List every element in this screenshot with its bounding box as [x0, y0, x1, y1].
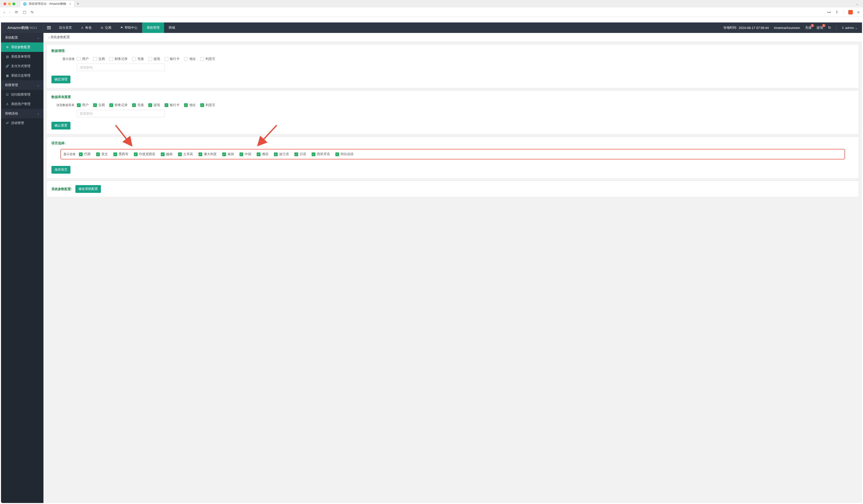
- close-tab-icon[interactable]: ×: [69, 2, 71, 6]
- checkbox-option[interactable]: 波兰语: [274, 152, 289, 156]
- window-controls[interactable]: [3, 2, 15, 5]
- checkbox-option[interactable]: 财务记录: [109, 103, 128, 107]
- checkbox-option[interactable]: 印度尼西亚: [134, 152, 155, 156]
- checkbox-option[interactable]: 中国: [239, 152, 251, 156]
- sidebar-group-system[interactable]: 系统配置⌄: [1, 33, 43, 42]
- toggle-icon[interactable]: ⇆: [31, 10, 34, 14]
- log-icon: ▦: [5, 74, 9, 77]
- checkbox-label: 俄语: [262, 152, 268, 156]
- checkbox-icon: [161, 153, 165, 156]
- topnav-mall[interactable]: 商城: [164, 23, 179, 33]
- topnav-home[interactable]: 后台首页: [54, 23, 76, 33]
- main-content: » 系统参数配置 数据清理: 显示选项 用户交易财务记录充值提现银行卡地址利息宝…: [43, 33, 862, 503]
- checkbox-option[interactable]: 交易: [93, 103, 105, 107]
- checkbox-option[interactable]: 充值: [132, 57, 144, 61]
- checkbox-option[interactable]: 俄语: [257, 152, 268, 156]
- row-label: 显示选项: [62, 152, 75, 156]
- withdraw-button[interactable]: 提现 0: [816, 25, 823, 30]
- confirm-reset-button[interactable]: 确认重置: [51, 122, 71, 129]
- recharge-button[interactable]: 充值 3: [805, 25, 812, 30]
- topnav-roles[interactable]: ♙角色: [76, 23, 96, 33]
- checkbox-option[interactable]: 地址: [184, 103, 196, 107]
- topnav-help[interactable]: ⚑帮助中心: [116, 23, 142, 33]
- checkbox-option[interactable]: 泰国: [222, 152, 234, 156]
- checkbox-icon: [184, 103, 188, 107]
- topnav-system[interactable]: 系统管理: [142, 23, 164, 33]
- checkbox-icon: [113, 153, 117, 156]
- sidebar-item-syslog[interactable]: ▦系统日志管理: [1, 71, 43, 80]
- checkbox-icon: [132, 103, 136, 107]
- reset-password-input[interactable]: [77, 110, 165, 117]
- checkbox-icon: [239, 153, 243, 156]
- checkbox-option[interactable]: 交易: [93, 57, 105, 61]
- sidebar-toggle-button[interactable]: [43, 23, 54, 33]
- sidebar-item-payment[interactable]: 🔗支付方式管理: [1, 61, 43, 71]
- reload-icon[interactable]: ⟳: [15, 10, 18, 14]
- checkbox-option[interactable]: 银行卡: [165, 57, 179, 61]
- save-language-button[interactable]: 保存语言: [51, 166, 71, 174]
- share-icon[interactable]: ⇪: [835, 10, 839, 14]
- close-window-icon[interactable]: [3, 2, 6, 5]
- checkbox-option[interactable]: 财务记录: [109, 57, 128, 61]
- sidebar-item-access[interactable]: ☑访问权限管理: [1, 90, 43, 99]
- sidebar-group-permission[interactable]: 权限管理⌄: [1, 80, 43, 90]
- checkbox-option[interactable]: 日语: [295, 152, 306, 156]
- checkbox-option[interactable]: 提现: [148, 103, 160, 107]
- user-icon: ♙: [841, 26, 844, 29]
- maximize-window-icon[interactable]: [12, 2, 15, 5]
- checkbox-option[interactable]: 越南: [161, 152, 173, 156]
- menu-icon: ▤: [5, 55, 9, 59]
- checkbox-option[interactable]: 阿拉伯语: [335, 152, 353, 156]
- highlight-annotation: 显示选项 巴西英文墨西哥印度尼西亚越南土耳其澳大利亚泰国中国俄语波兰语日语西班牙…: [60, 149, 845, 159]
- link-icon: ☍: [5, 121, 9, 125]
- checkbox-label: 墨西哥: [118, 152, 128, 156]
- checkbox-option[interactable]: 巴西: [79, 152, 91, 156]
- sidebar-group-marketing[interactable]: 营销活动⌄: [1, 109, 43, 118]
- checkbox-option[interactable]: 银行卡: [165, 103, 179, 107]
- checkbox-option[interactable]: 西班牙语: [312, 152, 330, 156]
- checkbox-icon: [200, 103, 204, 107]
- checkbox-option[interactable]: 墨西哥: [113, 152, 128, 156]
- sidebar-item-sysuser[interactable]: ♙系统用户管理: [1, 99, 43, 109]
- checkbox-option[interactable]: 充值: [132, 103, 144, 107]
- sidebar-item-activity[interactable]: ☍活动管理: [1, 118, 43, 128]
- checkbox-icon: [222, 153, 226, 156]
- checkbox-option[interactable]: 英文: [96, 152, 108, 156]
- clean-password-input[interactable]: [77, 64, 165, 71]
- checkbox-icon: [165, 103, 168, 107]
- checkbox-label: 英文: [101, 152, 108, 156]
- nav-back-icon[interactable]: ‹: [3, 10, 5, 14]
- bookmark-icon[interactable]: ▢: [23, 10, 26, 14]
- confirm-clean-button[interactable]: 确定清理: [51, 76, 71, 83]
- brave-shield-icon[interactable]: [848, 10, 853, 14]
- checkbox-option[interactable]: 用户: [77, 57, 89, 61]
- checkbox-option[interactable]: 提现: [148, 57, 160, 61]
- checkbox-option[interactable]: 土耳其: [178, 152, 193, 156]
- key-icon[interactable]: ⊶: [827, 10, 831, 14]
- checkbox-option[interactable]: 利息宝: [200, 103, 215, 107]
- refresh-button[interactable]: ↻: [828, 25, 831, 30]
- checkbox-label: 提现: [153, 57, 160, 61]
- topnav-trade[interactable]: ⚖交易: [96, 23, 116, 33]
- user-menu[interactable]: ♙ admin ⌄: [841, 26, 858, 30]
- checkbox-icon: [79, 153, 83, 156]
- user-icon: ♙: [5, 102, 9, 106]
- brand: Amazon购物 V2.2.1: [1, 23, 43, 33]
- checkbox-option[interactable]: 澳大利亚: [199, 152, 217, 156]
- checkbox-label: 日语: [300, 152, 306, 156]
- modify-sysconfig-button[interactable]: 修改系统配置: [75, 185, 101, 193]
- chevron-down-icon[interactable]: ⌄: [856, 2, 859, 6]
- browser-tab[interactable]: 🌐 系统管理后台 · Amazon购物 ×: [20, 0, 74, 7]
- chevron-down-icon: ⌄: [37, 83, 39, 87]
- sidebar-item-sysparams[interactable]: ⚙系统参数配置: [1, 42, 43, 52]
- checkbox-option[interactable]: 地址: [184, 57, 196, 61]
- checkbox-option[interactable]: 利息宝: [200, 57, 215, 61]
- new-tab-button[interactable]: +: [77, 1, 79, 6]
- checkbox-option[interactable]: 用户: [77, 103, 89, 107]
- nav-forward-icon[interactable]: ›: [9, 10, 11, 14]
- sidebar-item-sysmenu[interactable]: ▤系统菜单管理: [1, 52, 43, 61]
- minimize-window-icon[interactable]: [8, 2, 11, 5]
- hamburger-menu-icon[interactable]: ≡: [857, 10, 860, 14]
- checkbox-label: 中国: [245, 152, 251, 156]
- sidebar: 系统配置⌄ ⚙系统参数配置 ▤系统菜单管理 🔗支付方式管理 ▦系统日志管理 权限…: [1, 33, 43, 503]
